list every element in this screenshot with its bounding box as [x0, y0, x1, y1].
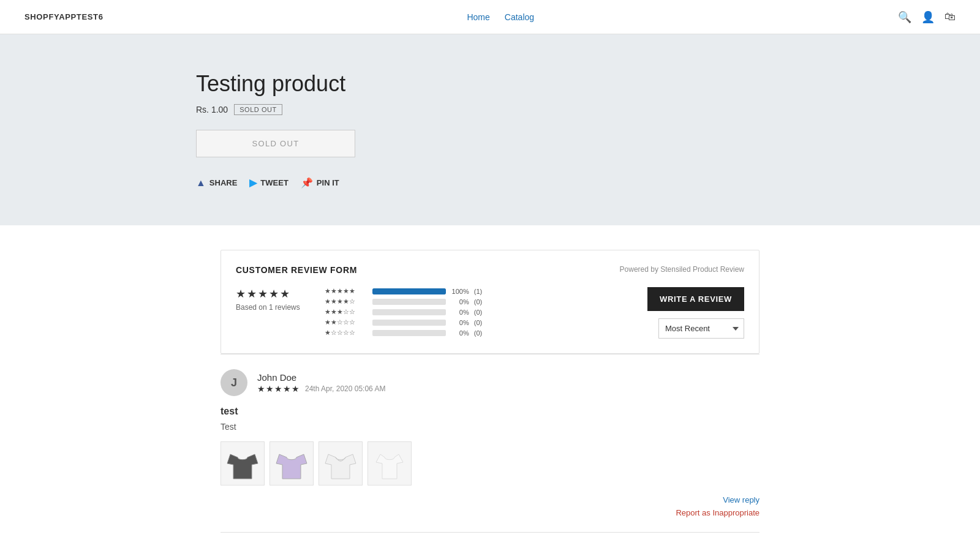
review-footer: View reply Report as Inappropriate	[221, 495, 760, 517]
write-review-button[interactable]: WRITE A REVIEW	[647, 287, 744, 311]
bar-count-2: (0)	[474, 298, 486, 305]
bar-row-5: ★☆☆☆☆ 0% (0)	[325, 329, 486, 337]
review-form-card: CUSTOMER REVIEW FORM Powered by Stensile…	[221, 250, 760, 354]
review-form-title: CUSTOMER REVIEW FORM	[236, 265, 357, 275]
bar-track-4	[372, 320, 446, 326]
nav-catalog[interactable]: Catalog	[505, 12, 534, 22]
share-button[interactable]: ▲ SHARE	[196, 177, 237, 189]
bar-pct-2: 0%	[451, 298, 469, 305]
sort-select[interactable]: Most RecentHighest RatedLowest Rated	[658, 318, 744, 339]
bar-row-3: ★★★☆☆ 0% (0)	[325, 308, 486, 316]
bar-row-4: ★★☆☆☆ 0% (0)	[325, 318, 486, 326]
overall-stars: ★★★★★	[236, 287, 300, 301]
review-images	[221, 441, 760, 485]
product-price: Rs. 1.00	[196, 105, 228, 114]
social-buttons: ▲ SHARE ▶ TWEET 📌 PIN IT	[196, 177, 956, 189]
bar-track-2	[372, 299, 446, 305]
bar-row-1: ★★★★★ 100% (1)	[325, 287, 486, 295]
bar-track-1	[372, 288, 446, 294]
pin-button[interactable]: 📌 PIN IT	[301, 177, 339, 189]
reviewer-stars: ★★★★★	[257, 384, 300, 394]
bar-count-4: (0)	[474, 319, 486, 326]
bar-stars-5: ★☆☆☆☆	[325, 329, 368, 337]
review-section: CUSTOMER REVIEW FORM Powered by Stensile…	[221, 238, 760, 545]
bar-stars-4: ★★☆☆☆	[325, 318, 368, 326]
powered-by: Powered by Stensiled Product Review	[620, 265, 744, 274]
review-image-2[interactable]	[270, 441, 314, 485]
nav-home[interactable]: Home	[467, 12, 489, 22]
site-logo: SHOPFYAPPTEST6	[24, 12, 104, 21]
review-bottom-divider	[221, 532, 760, 533]
bar-count-1: (1)	[474, 288, 486, 295]
bar-track-3	[372, 309, 446, 315]
reviewer-stars-date: ★★★★★ 24th Apr, 2020 05:06 AM	[257, 384, 385, 394]
review-form-header: CUSTOMER REVIEW FORM Powered by Stensile…	[236, 265, 744, 275]
rating-overview: ★★★★★ Based on 1 reviews ★★★★★ 100% (1) …	[236, 287, 486, 337]
review-image-4[interactable]	[368, 441, 412, 485]
bar-track-5	[372, 330, 446, 336]
review-body: Test	[221, 422, 760, 432]
reviewer-info: John Doe ★★★★★ 24th Apr, 2020 05:06 AM	[257, 372, 385, 394]
sold-out-button: SOLD OUT	[196, 130, 355, 157]
product-meta: Rs. 1.00 SOLD OUT	[196, 104, 956, 115]
bar-pct-1: 100%	[451, 288, 469, 295]
reviews-wrapper: CUSTOMER REVIEW FORM Powered by Stensile…	[0, 225, 980, 551]
account-icon[interactable]: 👤	[921, 10, 935, 24]
bar-pct-3: 0%	[451, 309, 469, 316]
review-form-body: ★★★★★ Based on 1 reviews ★★★★★ 100% (1) …	[236, 287, 744, 339]
product-section: Testing product Rs. 1.00 SOLD OUT SOLD O…	[0, 34, 980, 225]
search-icon[interactable]: 🔍	[898, 10, 911, 24]
site-header: SHOPFYAPPTEST6 Home Catalog 🔍 👤 🛍	[0, 0, 980, 34]
bar-count-3: (0)	[474, 309, 486, 316]
reviewer-date: 24th Apr, 2020 05:06 AM	[305, 384, 385, 393]
report-inappropriate-link[interactable]: Report as Inappropriate	[676, 508, 760, 517]
bar-stars-1: ★★★★★	[325, 287, 368, 295]
sold-out-badge: SOLD OUT	[234, 104, 282, 115]
reviewer-name: John Doe	[257, 372, 385, 383]
main-nav: Home Catalog	[467, 12, 534, 22]
bar-stars-2: ★★★★☆	[325, 298, 368, 305]
view-reply-link[interactable]: View reply	[723, 495, 760, 504]
review-image-1[interactable]	[221, 441, 265, 485]
header-icons: 🔍 👤 🛍	[898, 10, 956, 24]
based-on: Based on 1 reviews	[236, 303, 300, 312]
bar-pct-5: 0%	[451, 329, 469, 337]
cart-icon[interactable]: 🛍	[944, 10, 956, 23]
review-image-3[interactable]	[318, 441, 363, 485]
facebook-icon: ▲	[196, 178, 206, 189]
bar-fill-1	[372, 288, 446, 294]
bar-count-5: (0)	[474, 329, 486, 337]
twitter-icon: ▶	[249, 177, 257, 189]
tweet-button[interactable]: ▶ TWEET	[249, 177, 288, 189]
individual-review: J John Doe ★★★★★ 24th Apr, 2020 05:06 AM…	[221, 354, 760, 532]
bar-pct-4: 0%	[451, 319, 469, 326]
overall-rating: ★★★★★ Based on 1 reviews	[236, 287, 300, 312]
rating-bars: ★★★★★ 100% (1) ★★★★☆ 0% (0) ★★★☆☆ 0% (0)…	[325, 287, 486, 337]
pinterest-icon: 📌	[301, 177, 313, 189]
bar-stars-3: ★★★☆☆	[325, 308, 368, 316]
reviewer-row: J John Doe ★★★★★ 24th Apr, 2020 05:06 AM	[221, 369, 760, 396]
avatar: J	[221, 369, 247, 396]
bar-row-2: ★★★★☆ 0% (0)	[325, 298, 486, 305]
review-headline: test	[221, 406, 760, 417]
review-actions: WRITE A REVIEW Most RecentHighest RatedL…	[647, 287, 744, 339]
product-title: Testing product	[196, 71, 956, 97]
